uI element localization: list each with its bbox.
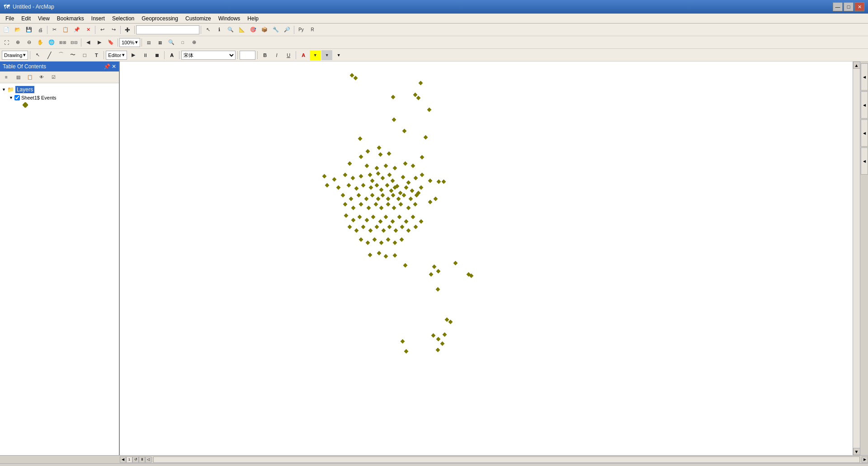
scroll-down-btn[interactable]: ▼	[853, 448, 860, 455]
menu-customize[interactable]: Customize	[182, 14, 215, 23]
menu-windows[interactable]: Windows	[215, 14, 244, 23]
h-scroll-track[interactable]	[153, 456, 860, 463]
paste-btn[interactable]: 📌	[71, 25, 82, 35]
data-view-btn[interactable]: ▦	[155, 38, 165, 48]
map-area[interactable]	[120, 62, 853, 455]
scroll-track-v[interactable]	[853, 69, 860, 448]
scroll-right-btn[interactable]: ▶	[862, 456, 868, 463]
toc-source-view-btn[interactable]: 📋	[24, 72, 35, 82]
magnify-tool[interactable]: ⊕	[189, 38, 199, 48]
undo-btn[interactable]: ↩	[97, 25, 108, 35]
search-btn[interactable]: 🔎	[282, 25, 292, 35]
close-button[interactable]: ✕	[854, 2, 864, 11]
draw-line-btn[interactable]: ╱	[44, 50, 55, 60]
menu-bookmarks[interactable]: Bookmarks	[53, 14, 88, 23]
delete-btn[interactable]: ✕	[83, 25, 94, 35]
catalog-btn[interactable]: 📦	[259, 25, 270, 35]
toc-layer-sheet1events[interactable]: ▼ Sheet1$ Events	[2, 94, 117, 101]
save-btn[interactable]: 💾	[24, 25, 34, 35]
menu-geoprocessing[interactable]: Geoprocessing	[138, 14, 182, 23]
draw-curve-btn[interactable]: 〜	[67, 50, 78, 60]
line-color-btn[interactable]: ▼	[333, 50, 344, 60]
map-point	[384, 215, 388, 219]
italic-btn[interactable]: I	[271, 50, 282, 60]
menu-help[interactable]: Help	[244, 14, 262, 23]
add-data-btn[interactable]: ✚	[122, 25, 133, 35]
full-extent-btn[interactable]: ⛶	[1, 38, 12, 48]
editor-pause-btn[interactable]: ⏸	[140, 50, 151, 60]
underline-btn[interactable]: U	[283, 50, 294, 60]
toc-display-view-btn[interactable]: ▤	[13, 72, 24, 82]
zoom-in-btn[interactable]: ⊕	[12, 38, 23, 48]
toc-group-layers[interactable]: ▼ 📁 Layers	[2, 85, 117, 94]
drawing-dropdown[interactable]: Drawing ▾	[2, 51, 28, 60]
map-point	[399, 202, 403, 207]
gotoXY-btn[interactable]: 🎯	[248, 25, 259, 35]
toc-sel-view-btn[interactable]: ☑	[48, 72, 59, 82]
bold-btn[interactable]: B	[259, 50, 270, 60]
toc-list-view-btn[interactable]: ≡	[1, 72, 12, 82]
draw-rect-btn[interactable]: □	[79, 50, 90, 60]
select-tool[interactable]: ↖	[203, 25, 213, 35]
right-tab-1[interactable]: ◀	[861, 63, 868, 90]
font-color2-btn[interactable]: A	[298, 50, 309, 60]
magnifier-btn[interactable]: 🔍	[166, 38, 177, 48]
bookmark-btn[interactable]: 🔖	[105, 38, 116, 48]
font-size-input[interactable]: 10	[240, 51, 255, 60]
cut-btn[interactable]: ✂	[49, 25, 60, 35]
expand-btn[interactable]: ◁	[145, 456, 151, 463]
editor-stop-btn[interactable]: ⏹	[151, 50, 162, 60]
draw-text-btn[interactable]: T	[91, 50, 102, 60]
menu-edit[interactable]: Edit	[18, 14, 34, 23]
right-tab-2[interactable]: ◀	[861, 91, 868, 119]
pause-btn[interactable]: ⏸	[139, 456, 145, 463]
layout-view-btn[interactable]: ▤	[143, 38, 154, 48]
zoom-dropdown[interactable]: 100% ▾	[119, 38, 140, 47]
python-btn[interactable]: Py	[296, 25, 307, 35]
info-btn[interactable]: ℹ	[214, 25, 225, 35]
fixed-zoom-out[interactable]: ⊟⊟	[69, 38, 80, 48]
minimize-button[interactable]: —	[833, 2, 843, 11]
toc-close-btn[interactable]: ✕	[112, 63, 116, 70]
results-btn[interactable]: R	[307, 25, 318, 35]
menu-insert[interactable]: Insert	[88, 14, 108, 23]
fill-color-btn[interactable]: ▼	[321, 50, 332, 60]
pan-btn[interactable]: ✋	[35, 38, 46, 48]
arc-toolbox-btn[interactable]: 🔧	[270, 25, 281, 35]
back-btn[interactable]: ◀	[83, 38, 94, 48]
menu-view[interactable]: View	[34, 14, 53, 23]
page-1-btn[interactable]: 1	[126, 456, 132, 463]
zoom-out-btn[interactable]: ⊖	[24, 38, 34, 48]
open-btn[interactable]: 📂	[12, 25, 23, 35]
menu-file[interactable]: File	[2, 14, 18, 23]
editor-dropdown[interactable]: Editor ▾	[106, 51, 127, 60]
new-btn[interactable]: 📄	[1, 25, 12, 35]
map-point	[375, 225, 379, 229]
scroll-left-btn[interactable]: ◀	[120, 456, 126, 463]
fixed-zoom-in[interactable]: ⊞⊞	[57, 38, 68, 48]
scale-input[interactable]: 1:868, 321	[136, 25, 199, 34]
toc-vis-view-btn[interactable]: 👁	[36, 72, 47, 82]
font-family-select[interactable]: 宋体	[181, 51, 236, 60]
draw-polyline-btn[interactable]: ⌒	[56, 50, 66, 60]
toc-pin-btn[interactable]: 📌	[104, 63, 110, 70]
scroll-up-btn[interactable]: ▲	[853, 62, 860, 69]
globe-btn[interactable]: 🌐	[46, 38, 57, 48]
menu-selection[interactable]: Selection	[108, 14, 138, 23]
measure-btn[interactable]: 📐	[236, 25, 247, 35]
find-btn[interactable]: 🔍	[225, 25, 236, 35]
print-btn[interactable]: 🖨	[35, 25, 46, 35]
copy-btn[interactable]: 📋	[60, 25, 71, 35]
highlight-btn[interactable]: ▼	[310, 50, 321, 60]
maximize-button[interactable]: □	[844, 2, 854, 11]
draw-select-btn[interactable]: ↖	[32, 50, 43, 60]
right-tab-3[interactable]: ◀	[861, 119, 868, 147]
editor-play-btn[interactable]: ▶	[128, 50, 139, 60]
right-tab-4[interactable]: ◀	[861, 147, 868, 175]
refresh-btn[interactable]: ↺	[132, 456, 139, 463]
redo-btn[interactable]: ↪	[108, 25, 119, 35]
overview-btn[interactable]: □	[177, 38, 188, 48]
layer-visibility-checkbox[interactable]	[14, 95, 20, 100]
forward-btn[interactable]: ▶	[94, 38, 105, 48]
font-color-btn[interactable]: A	[166, 50, 177, 60]
